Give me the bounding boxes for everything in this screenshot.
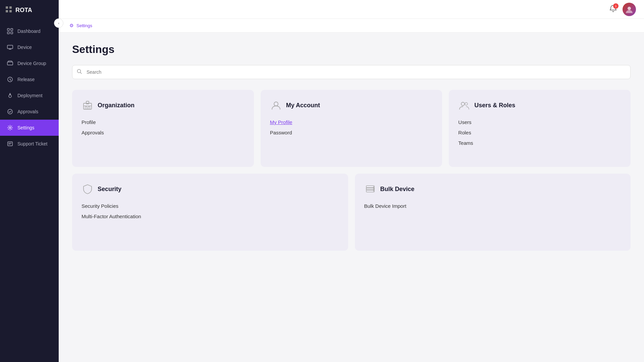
svg-point-23 — [465, 103, 468, 105]
sidebar-label-dashboard: Dashboard — [17, 28, 41, 34]
dashboard-icon — [7, 28, 13, 35]
organization-approvals-link[interactable]: Approvals — [82, 130, 245, 135]
notification-button[interactable]: 1 — [609, 5, 617, 14]
svg-rect-14 — [8, 142, 12, 146]
sidebar: ROTA Dashboard Device — [0, 0, 59, 362]
page-content: Settings — [59, 33, 644, 261]
users-roles-icon — [458, 99, 470, 111]
my-account-icon — [270, 99, 282, 111]
avatar[interactable] — [623, 3, 636, 16]
svg-point-12 — [8, 109, 12, 114]
sidebar-item-deployment[interactable]: Deployment — [0, 87, 59, 104]
sidebar-item-approvals[interactable]: Approvals — [0, 104, 59, 120]
svg-point-11 — [9, 95, 11, 98]
svg-rect-7 — [11, 32, 13, 34]
search-container — [72, 65, 631, 79]
bulk-device-card-title: Bulk Device — [380, 186, 415, 193]
organization-icon — [82, 99, 94, 111]
svg-point-29 — [373, 190, 374, 191]
breadcrumb-label: Settings — [76, 23, 92, 28]
grid-icon — [5, 6, 12, 14]
roles-link[interactable]: Roles — [458, 130, 621, 135]
collapse-button[interactable]: ‹ — [54, 18, 63, 28]
svg-point-15 — [628, 7, 631, 10]
teams-link[interactable]: Teams — [458, 140, 621, 146]
search-icon — [77, 69, 82, 75]
svg-rect-8 — [7, 45, 13, 49]
content-area: ⚙ Settings Settings — [59, 19, 644, 362]
svg-rect-19 — [85, 107, 87, 109]
sidebar-label-approvals: Approvals — [17, 109, 38, 114]
device-icon — [7, 44, 13, 51]
users-link[interactable]: Users — [458, 119, 621, 125]
users-roles-card: Users & Roles Users Roles Teams — [449, 90, 631, 167]
sidebar-label-support-ticket: Support Ticket — [17, 141, 48, 146]
svg-point-22 — [461, 102, 465, 106]
organization-card: Organization Profile Approvals — [72, 90, 254, 167]
topbar: 1 — [59, 0, 644, 19]
sidebar-item-device[interactable]: Device — [0, 39, 59, 55]
sidebar-label-settings: Settings — [17, 125, 35, 130]
svg-point-13 — [9, 127, 11, 129]
password-link[interactable]: Password — [270, 130, 433, 135]
security-card-title: Security — [98, 186, 121, 193]
bulk-device-card-header: Bulk Device — [364, 183, 622, 195]
settings-breadcrumb-icon: ⚙ — [69, 23, 74, 28]
cards-row-1: Organization Profile Approvals — [72, 90, 631, 167]
sidebar-nav: Dashboard Device Device Group — [0, 20, 59, 362]
users-roles-card-header: Users & Roles — [458, 99, 621, 111]
page-title: Settings — [72, 43, 631, 56]
svg-rect-20 — [88, 107, 90, 109]
svg-rect-9 — [7, 62, 13, 65]
security-card-header: Security — [82, 183, 339, 195]
my-profile-link[interactable]: My Profile — [270, 119, 433, 125]
support-ticket-icon — [7, 140, 13, 147]
sidebar-item-dashboard[interactable]: Dashboard — [0, 23, 59, 39]
svg-point-21 — [274, 102, 278, 106]
sidebar-item-release[interactable]: Release — [0, 71, 59, 87]
bulk-device-import-link[interactable]: Bulk Device Import — [364, 203, 622, 209]
security-card: Security Security Policies Multi-Factor … — [72, 174, 348, 251]
svg-rect-0 — [6, 6, 8, 9]
my-account-card-title: My Account — [286, 102, 320, 109]
sidebar-label-device-group: Device Group — [17, 61, 46, 66]
sidebar-label-device: Device — [17, 45, 32, 50]
main-area: 1 ⚙ Settings Settings — [59, 0, 644, 362]
security-policies-link[interactable]: Security Policies — [82, 203, 339, 209]
organization-card-title: Organization — [98, 102, 135, 109]
device-group-icon — [7, 60, 13, 67]
deployment-icon — [7, 92, 13, 99]
my-account-card: My Account My Profile Password — [261, 90, 442, 167]
bulk-device-icon — [364, 183, 376, 195]
organization-card-header: Organization — [82, 99, 245, 111]
svg-rect-3 — [9, 10, 12, 12]
svg-rect-5 — [11, 28, 13, 31]
my-account-card-header: My Account — [270, 99, 433, 111]
sidebar-label-deployment: Deployment — [17, 93, 43, 98]
sidebar-item-settings[interactable]: Settings — [0, 120, 59, 136]
svg-rect-1 — [9, 6, 12, 9]
svg-rect-6 — [7, 32, 9, 34]
notification-badge: 1 — [613, 3, 619, 9]
app-name: ROTA — [15, 7, 32, 14]
bulk-device-card: Bulk Device Bulk Device Import — [355, 174, 631, 251]
svg-point-28 — [373, 186, 374, 187]
organization-profile-link[interactable]: Profile — [82, 119, 245, 125]
sidebar-label-release: Release — [17, 77, 35, 82]
breadcrumb: ⚙ Settings — [59, 19, 644, 33]
approvals-icon — [7, 108, 13, 115]
app-logo[interactable]: ROTA — [0, 0, 59, 20]
search-input[interactable] — [72, 65, 631, 79]
svg-rect-2 — [6, 10, 8, 12]
users-roles-card-title: Users & Roles — [474, 102, 515, 109]
svg-rect-4 — [7, 28, 9, 31]
mfa-link[interactable]: Multi-Factor Authentication — [82, 214, 339, 219]
security-icon — [82, 183, 94, 195]
cards-row-2: Security Security Policies Multi-Factor … — [72, 174, 631, 251]
svg-point-27 — [373, 188, 374, 189]
release-icon — [7, 76, 13, 83]
sidebar-item-device-group[interactable]: Device Group — [0, 55, 59, 71]
settings-icon — [7, 124, 13, 131]
sidebar-item-support-ticket[interactable]: Support Ticket — [0, 136, 59, 152]
